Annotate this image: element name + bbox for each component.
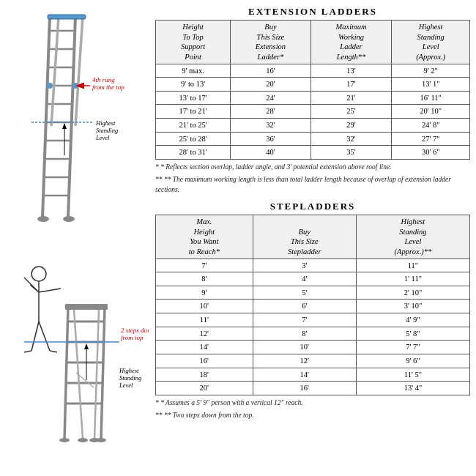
svg-text:from top: from top xyxy=(121,334,144,341)
svg-point-15 xyxy=(37,216,49,222)
svg-text:Standing: Standing xyxy=(119,374,141,382)
svg-text:from the top: from the top xyxy=(92,83,124,91)
table-row: 18'14'11' 5" xyxy=(156,368,470,382)
stepladders-table: Max.HeightYou Wantto Reach* BuyThis Size… xyxy=(155,215,470,395)
table-row: 11'7'4' 9" xyxy=(156,313,470,327)
extension-ladder-svg: 4th rung from the top Highest Standing L… xyxy=(10,9,149,228)
svg-rect-46 xyxy=(65,304,108,310)
svg-line-13 xyxy=(75,16,83,126)
ext-header-0: HeightTo TopSupportPoint xyxy=(156,21,231,64)
svg-text:4th rung: 4th rung xyxy=(92,76,115,83)
table-row: 25' to 28'36'32'27' 7" xyxy=(156,132,470,146)
table-row: 13' to 17'24'21'16' 11" xyxy=(156,91,470,105)
ext-header-1: BuyThis SizeExtensionLadder* xyxy=(231,21,310,64)
table-row: 12'8'5' 8" xyxy=(156,327,470,341)
table-row: 9'5'2' 10" xyxy=(156,286,470,300)
table-row: 8'4'1' 11" xyxy=(156,272,470,286)
svg-point-17 xyxy=(47,83,53,89)
stepladders-title: STEPLADDERS xyxy=(155,201,470,212)
table-row: 14'10'7' 7" xyxy=(156,341,470,354)
stepladder-footnote1: * * Assumes a 5' 9" person with a vertic… xyxy=(155,398,470,408)
stepladder-svg: 2 steps down from top Highest Standing L… xyxy=(10,234,149,468)
stepladder-illustration: 2 steps down from top Highest Standing L… xyxy=(6,231,152,470)
left-column: 4th rung from the top Highest Standing L… xyxy=(6,6,152,470)
table-row: 20'16'13' 4" xyxy=(156,382,470,395)
table-row: 10'6'3' 10" xyxy=(156,300,470,313)
svg-text:Highest: Highest xyxy=(119,367,139,374)
footnote-doublestar: ** xyxy=(155,176,164,183)
svg-line-48 xyxy=(94,310,99,439)
table-row: 16'12'9' 6" xyxy=(156,354,470,368)
extension-ladders-table: HeightTo TopSupportPoint BuyThis SizeExt… xyxy=(155,20,470,160)
svg-text:Level: Level xyxy=(119,382,133,389)
svg-text:Standing: Standing xyxy=(96,127,118,134)
stepladders-section: STEPLADDERS Max.HeightYou Wantto Reach* … xyxy=(155,201,470,421)
page: 4th rung from the top Highest Standing L… xyxy=(0,0,476,476)
table-row: 9' to 13'20'17'13' 1" xyxy=(156,78,470,92)
svg-point-16 xyxy=(63,216,75,222)
svg-line-0 xyxy=(42,16,50,217)
svg-rect-14 xyxy=(48,15,86,19)
extension-ladder-illustration: 4th rung from the top Highest Standing L… xyxy=(6,6,152,231)
extension-ladders-title: EXTENSION LADDERS xyxy=(155,6,470,18)
step-header-0: Max.HeightYou Wantto Reach* xyxy=(156,215,253,259)
stepladder-footnote2: ** ** Two steps down from the top. xyxy=(155,411,470,420)
table-row: 17' to 21'28'25'20' 10" xyxy=(156,105,470,119)
svg-line-12 xyxy=(51,16,59,126)
right-column: EXTENSION LADDERS HeightTo TopSupportPoi… xyxy=(155,6,470,470)
svg-point-52 xyxy=(78,438,88,442)
svg-point-18 xyxy=(72,83,78,89)
extension-ladders-section: EXTENSION LADDERS HeightTo TopSupportPoi… xyxy=(155,6,470,195)
table-row: 7'3'11" xyxy=(156,259,470,272)
table-row: 9' max.16'13'9' 2" xyxy=(156,64,470,78)
extension-footnote1: * * Reflects section overlap, ladder ang… xyxy=(155,163,470,172)
svg-point-30 xyxy=(31,267,46,281)
svg-line-35 xyxy=(31,321,39,351)
svg-line-1 xyxy=(68,16,75,217)
svg-line-33 xyxy=(30,285,39,292)
table-row: 28' to 31'40'35'30' 6" xyxy=(156,146,470,160)
svg-text:2 steps down: 2 steps down xyxy=(121,327,149,334)
ext-header-3: HighestStandingLevel(Approx.) xyxy=(392,21,470,64)
svg-line-36 xyxy=(39,321,50,351)
table-row: 21' to 25'32'29'24' 8" xyxy=(156,119,470,133)
step-header-2: HighestStandingLevel(Approx.)** xyxy=(356,215,469,259)
svg-text:Level: Level xyxy=(95,134,110,141)
svg-line-37 xyxy=(24,351,31,352)
extension-footnote2: ** ** The maximum working length is less… xyxy=(155,175,470,195)
step-header-1: BuyThis SizeStepladder xyxy=(253,215,356,259)
ext-header-2: MaximumWorkingLadderLength** xyxy=(310,21,392,64)
svg-line-39 xyxy=(64,307,68,439)
svg-text:Highest: Highest xyxy=(95,119,116,127)
svg-point-53 xyxy=(89,438,100,442)
svg-point-50 xyxy=(59,438,70,442)
svg-line-38 xyxy=(50,351,57,352)
svg-line-34 xyxy=(39,289,61,292)
svg-line-40 xyxy=(101,307,105,439)
